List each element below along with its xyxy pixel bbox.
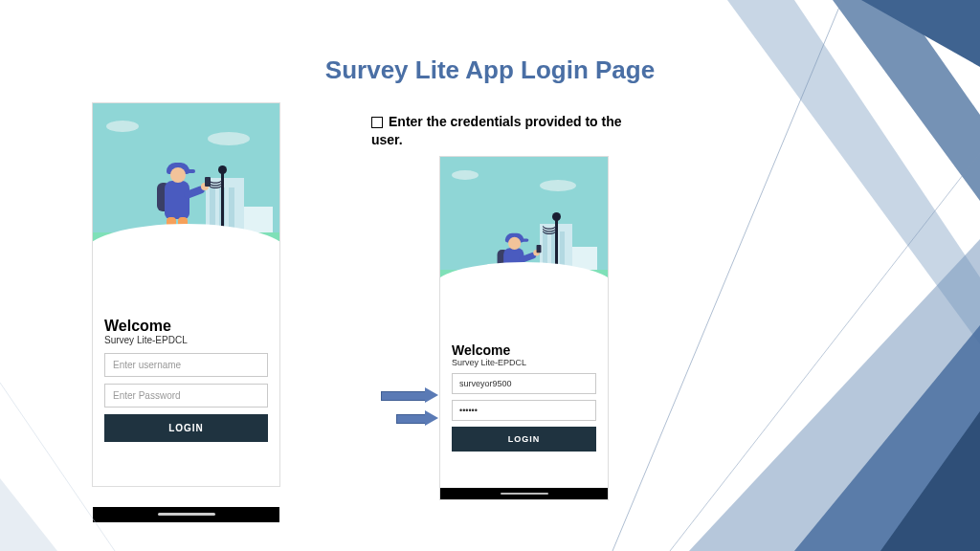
login-button[interactable]: LOGIN bbox=[452, 427, 596, 452]
svg-marker-9 bbox=[0, 478, 57, 551]
hero-illustration: ))) bbox=[93, 103, 279, 312]
svg-marker-1 bbox=[833, 0, 980, 201]
phone-mock-filled: ))) Welcome Survey Lite-EPDCL surveyor95… bbox=[440, 157, 608, 499]
instruction-text: Enter the credentials provided to the us… bbox=[371, 113, 649, 149]
password-input[interactable]: Enter Password bbox=[104, 384, 268, 408]
phone-mock-empty: ))) Welcome Survey Lite-EPDCL Enter user… bbox=[93, 103, 279, 486]
android-nav-bar bbox=[93, 507, 279, 522]
app-subtitle: Survey Lite-EPDCL bbox=[104, 335, 268, 345]
password-input[interactable]: •••••• bbox=[452, 400, 596, 421]
username-input[interactable]: surveyor9500 bbox=[452, 373, 596, 394]
welcome-heading: Welcome bbox=[452, 342, 596, 358]
instruction-label: Enter the credentials provided to the us… bbox=[371, 114, 622, 147]
login-button[interactable]: LOGIN bbox=[104, 414, 268, 442]
hero-illustration: ))) bbox=[440, 157, 608, 339]
bullet-square-icon bbox=[371, 117, 383, 128]
svg-marker-4 bbox=[794, 325, 980, 551]
arrow-icon bbox=[396, 413, 436, 423]
arrow-icon bbox=[381, 390, 436, 400]
svg-line-7 bbox=[670, 153, 980, 551]
welcome-heading: Welcome bbox=[104, 318, 268, 335]
svg-marker-3 bbox=[689, 239, 980, 551]
android-nav-bar bbox=[440, 488, 608, 499]
svg-marker-0 bbox=[727, 0, 980, 344]
slide-title: Survey Lite App Login Page bbox=[0, 55, 980, 85]
username-input[interactable]: Enter username bbox=[104, 353, 268, 377]
app-subtitle: Survey Lite-EPDCL bbox=[452, 358, 596, 367]
svg-marker-5 bbox=[880, 411, 980, 551]
